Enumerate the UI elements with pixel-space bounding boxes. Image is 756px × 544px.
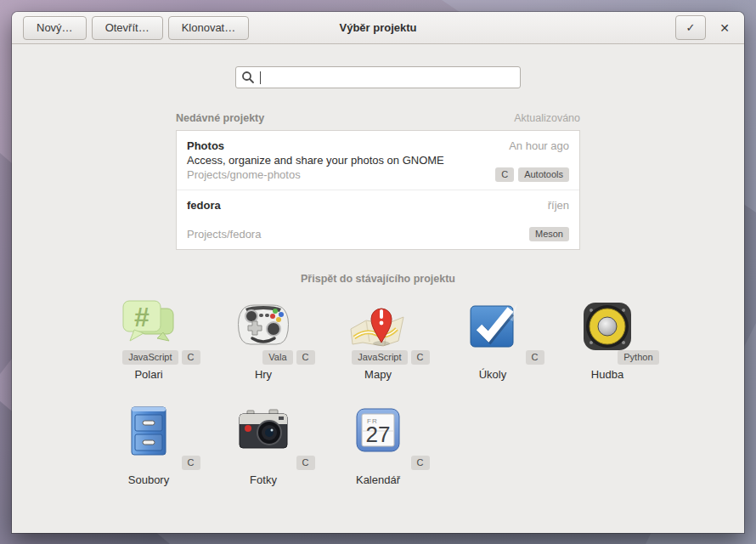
speaker-icon xyxy=(579,298,635,354)
project-updated: An hour ago xyxy=(509,139,569,153)
project-updated: říjen xyxy=(548,198,569,212)
new-project-button[interactable]: Nový… xyxy=(23,16,87,40)
project-badges: Meson xyxy=(529,227,569,241)
language-badge: C xyxy=(182,456,200,470)
polari-chat-icon: # xyxy=(121,298,177,353)
language-badge: C xyxy=(526,350,544,365)
language-badge: C xyxy=(182,350,200,365)
project-name: fedora xyxy=(187,198,529,212)
language-badge: JavaScript xyxy=(352,350,407,365)
contribute-item-soubory[interactable]: C Soubory xyxy=(92,404,206,486)
icon-area: # JavaScript C xyxy=(92,298,206,360)
contribute-item-kalendar[interactable]: FR 27 C Kalendář xyxy=(321,404,436,486)
icon-area: C xyxy=(436,298,550,360)
recent-projects-header: Nedávné projekty Aktualizováno xyxy=(176,112,580,124)
calendar-icon: FR 27 xyxy=(352,404,404,456)
project-meta: An hour ago C Autotools xyxy=(495,139,569,182)
language-badge: C xyxy=(296,350,315,365)
camera-icon xyxy=(235,404,291,456)
item-label: Úkoly xyxy=(479,368,507,381)
contribute-item-polari[interactable]: # JavaScript C Polari xyxy=(92,298,206,381)
project-info: Photos Access, organize and share your p… xyxy=(187,139,495,182)
content-area: Nedávné projekty Aktualizováno Photos Ac… xyxy=(12,44,744,533)
updated-column-heading: Aktualizováno xyxy=(514,112,580,124)
contribute-item-mapy[interactable]: JavaScript C Mapy xyxy=(321,298,436,381)
checkmark-icon: ✓ xyxy=(686,21,696,34)
map-pin-icon xyxy=(347,298,409,354)
recent-projects-heading: Nedávné projekty xyxy=(176,112,264,124)
icon-badges: Vala C xyxy=(262,350,314,365)
item-label: Hry xyxy=(255,368,272,381)
headerbar: Nový… Otevřít… Klonovat… Výběr projektu … xyxy=(12,12,744,44)
recent-projects-section: Nedávné projekty Aktualizováno Photos Ac… xyxy=(176,112,580,250)
item-label: Soubory xyxy=(128,473,169,486)
confirm-selection-button[interactable]: ✓ xyxy=(675,15,706,40)
item-label: Mapy xyxy=(364,368,392,381)
close-icon: ✕ xyxy=(719,21,730,35)
icon-area: JavaScript C xyxy=(321,298,436,360)
open-project-button[interactable]: Otevřít… xyxy=(92,16,163,40)
project-badges: C Autotools xyxy=(495,167,569,182)
icon-area: C xyxy=(206,404,321,465)
search-input[interactable] xyxy=(235,66,521,88)
icon-badges: C xyxy=(411,456,430,470)
text-cursor xyxy=(260,71,261,84)
svg-text:27: 27 xyxy=(366,422,391,447)
language-badge: JavaScript xyxy=(122,350,178,365)
project-name: Photos xyxy=(187,139,495,153)
contribute-item-ukoly[interactable]: C Úkoly xyxy=(436,298,550,381)
language-badge: C xyxy=(296,456,315,470)
search-icon xyxy=(241,71,255,84)
language-badge: Python xyxy=(618,350,658,365)
icon-badges: Python xyxy=(618,350,658,365)
icon-badges: JavaScript C xyxy=(352,350,429,365)
icon-area: Python xyxy=(550,298,665,360)
svg-text:#: # xyxy=(134,302,150,332)
icon-area: C xyxy=(92,404,206,465)
contribute-heading: Přispět do stávajícího projektu xyxy=(12,273,744,285)
search-area xyxy=(12,44,744,88)
language-badge: C xyxy=(495,167,514,182)
icon-badges: C xyxy=(526,350,544,365)
item-label: Kalendář xyxy=(356,473,400,486)
language-badge: C xyxy=(411,350,430,365)
project-path: Projects/gnome-photos xyxy=(187,167,495,182)
window-close-button[interactable]: ✕ xyxy=(711,16,738,39)
project-meta: říjen Meson xyxy=(529,198,569,241)
project-description: Access, organize and share your photos o… xyxy=(187,153,495,167)
recent-projects-list: Photos Access, organize and share your p… xyxy=(176,130,580,250)
project-row-photos[interactable]: Photos Access, organize and share your p… xyxy=(177,131,579,190)
project-selector-window: Nový… Otevřít… Klonovat… Výběr projektu … xyxy=(12,12,744,533)
icon-badges: C xyxy=(182,456,200,470)
icon-area: Vala C xyxy=(206,298,321,360)
buildsystem-badge: Autotools xyxy=(518,167,569,182)
item-label: Fotky xyxy=(250,473,277,486)
gamepad-icon xyxy=(234,298,293,353)
contribute-item-hudba[interactable]: Python Hudba xyxy=(550,298,665,381)
contribute-item-hry[interactable]: Vala C Hry xyxy=(206,298,321,381)
buildsystem-badge: Meson xyxy=(529,227,569,241)
project-path: Projects/fedora xyxy=(187,227,529,241)
clone-project-button[interactable]: Klonovat… xyxy=(168,16,250,40)
item-label: Hudba xyxy=(591,368,623,381)
icon-badges: C xyxy=(296,456,315,470)
todo-check-icon xyxy=(465,298,520,353)
language-badge: C xyxy=(411,456,430,470)
contribute-item-fotky[interactable]: C Fotky xyxy=(206,404,321,486)
item-label: Polari xyxy=(134,368,162,381)
project-row-fedora[interactable]: fedora Projects/fedora říjen Meson xyxy=(177,190,579,249)
contribute-grid: # JavaScript C Polari xyxy=(92,298,665,486)
icon-badges: JavaScript C xyxy=(122,350,200,365)
language-badge: Vala xyxy=(262,350,292,365)
icon-area: FR 27 C xyxy=(321,404,436,465)
project-info: fedora Projects/fedora xyxy=(187,198,529,241)
file-cabinet-icon xyxy=(125,404,172,460)
headerbar-right: ✓ ✕ xyxy=(675,15,738,40)
